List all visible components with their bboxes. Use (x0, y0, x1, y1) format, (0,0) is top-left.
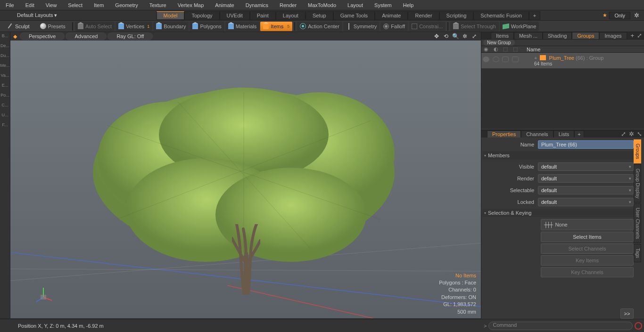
prop-gear-icon[interactable]: ✲ (628, 130, 635, 138)
row-eye-toggle[interactable] (483, 57, 489, 62)
locked-dropdown[interactable]: default (538, 198, 634, 206)
tab-mesh[interactable]: Mesh ... (514, 32, 543, 39)
workspace-uvedit[interactable]: UVEdit (220, 11, 250, 20)
tab-images[interactable]: Images (599, 32, 627, 39)
falloff-dropdown[interactable]: Falloff (380, 22, 408, 31)
workspace-model[interactable]: Model (157, 11, 185, 20)
boundary-mode[interactable]: Boundary (153, 22, 189, 31)
fit-icon[interactable]: ✲ (461, 32, 469, 40)
strip-mesh[interactable]: Me... (0, 64, 9, 68)
materials-mode[interactable]: Materials (225, 22, 260, 31)
sidetab-userchannels[interactable]: User Channels (634, 203, 641, 243)
new-group-button[interactable]: New Group (483, 40, 515, 46)
maximize-icon[interactable]: ⤢ (471, 32, 478, 40)
tab-add-icon[interactable]: + (629, 32, 635, 39)
workspace-render[interactable]: Render (408, 11, 439, 20)
selectthrough-toggle[interactable]: Select Through (450, 22, 498, 31)
only-button[interactable]: Only (609, 12, 630, 19)
view-raygl-pill[interactable]: Ray GL: Off (107, 32, 153, 40)
workplane-button[interactable]: WorkPlane (500, 22, 539, 31)
constrain-dropdown[interactable]: Constrai... (409, 22, 446, 31)
tab-channels[interactable]: Channels (521, 130, 553, 138)
menu-animate[interactable]: Animate (209, 2, 239, 8)
pan-icon[interactable]: ✥ (433, 32, 440, 40)
default-layouts-dropdown[interactable]: Default Layouts ▾ (12, 12, 62, 18)
sidetab-groupdisplay[interactable]: Group Display (634, 164, 641, 202)
key-channels-button[interactable]: Key Channels (541, 267, 634, 277)
select-channels-button[interactable]: Select Channels (541, 243, 634, 254)
more-button[interactable]: >> (620, 308, 634, 319)
row-box1-toggle[interactable] (502, 57, 509, 62)
tab-add[interactable]: + (574, 130, 584, 138)
axis-gizmo[interactable] (34, 285, 53, 304)
strip-deform[interactable]: De... (0, 44, 9, 48)
view-advanced-pill[interactable]: Advanced (66, 32, 107, 40)
workspace-layout[interactable]: Layout (276, 11, 305, 20)
menu-geometry[interactable]: Geometry (109, 2, 143, 8)
workspace-topology[interactable]: Topology (184, 11, 219, 20)
col-select-icon[interactable]: ⬚ (512, 46, 519, 52)
star-icon[interactable]: ★ (603, 12, 607, 18)
selection-keying-section[interactable]: Selection & Keying (482, 209, 634, 217)
strip-basic[interactable]: B... (2, 34, 8, 38)
orbit-icon[interactable]: ⟲ (442, 32, 450, 40)
autoselect-toggle[interactable]: Auto Select (75, 22, 115, 31)
workspace-scripting[interactable]: Scripting (439, 11, 474, 20)
tab-lists[interactable]: Lists (553, 130, 575, 138)
menu-select[interactable]: Select (62, 2, 88, 8)
menu-render[interactable]: Render (274, 2, 302, 8)
presets-button[interactable]: Presets (35, 22, 70, 31)
strip-vertex[interactable]: Va... (1, 73, 9, 78)
col-eye-icon[interactable]: ◉ (482, 46, 490, 52)
viewport-3d[interactable]: No Items Polygons : Face Channels: 0 Def… (10, 40, 481, 318)
menu-maxtomodo[interactable]: MaxToModo (302, 2, 342, 8)
tab-items[interactable]: Items (491, 32, 514, 39)
tab-properties[interactable]: Properties (487, 130, 521, 138)
workspace-setup[interactable]: Setup (305, 11, 333, 20)
menu-vertexmap[interactable]: Vertex Map (172, 2, 210, 8)
workspace-schematicfusion[interactable]: Schematic Fusion (473, 11, 528, 20)
strip-curve[interactable]: C... (1, 103, 8, 107)
symmetry-toggle[interactable]: Symmetry (343, 22, 380, 31)
menu-edit[interactable]: Edit (20, 2, 40, 8)
workspace-add[interactable]: + (529, 11, 540, 20)
workspace-animate[interactable]: Animate (375, 11, 408, 20)
polygons-mode[interactable]: Polygons (190, 22, 224, 31)
col-solo-icon[interactable]: ◐ (492, 46, 500, 52)
menu-file[interactable]: File (0, 2, 20, 8)
tab-shading[interactable]: Shading (543, 32, 572, 39)
workspace-paint[interactable]: Paint (250, 11, 276, 20)
menu-help[interactable]: Help (397, 2, 420, 8)
tab-expand-icon[interactable]: ⤢ (636, 32, 643, 39)
view-perspective-pill[interactable]: Perspective (20, 32, 65, 40)
group-row-plumtree[interactable]: + Plum_Tree (66) : Group 64 Items (481, 53, 644, 69)
strip-fusion[interactable]: F... (2, 123, 8, 127)
selectable-dropdown[interactable]: default (538, 186, 634, 194)
render-dropdown[interactable]: default (538, 174, 634, 183)
tree-expand-icon[interactable]: + (534, 55, 537, 61)
actioncenter-dropdown[interactable]: Action Center (297, 22, 342, 31)
name-field[interactable]: Plum_Tree (66) (538, 140, 634, 149)
workspace-gametools[interactable]: Game Tools (333, 11, 375, 20)
viewport-marker-icon[interactable]: ◆ (11, 33, 19, 40)
sidetab-groups[interactable]: Groups (634, 139, 641, 163)
select-items-button[interactable]: Select Items (541, 232, 634, 242)
menu-texture[interactable]: Texture (144, 2, 172, 8)
command-input[interactable]: Command (488, 322, 633, 330)
gear-icon[interactable]: ✲ (632, 12, 641, 19)
members-section[interactable]: Members (482, 151, 634, 160)
key-items-button[interactable]: Key Items (541, 255, 634, 266)
strip-duplicate[interactable]: Du... (0, 54, 9, 58)
visible-dropdown[interactable]: default (538, 162, 634, 171)
vertices-mode[interactable]: Vertices1 (116, 22, 152, 31)
tab-groups[interactable]: Groups (572, 32, 599, 39)
menu-system[interactable]: System (369, 2, 397, 8)
strip-edge[interactable]: E... (2, 83, 8, 88)
col-name-header[interactable]: Name (527, 47, 540, 52)
items-mode[interactable]: Items5 (260, 22, 292, 31)
keying-none-button[interactable]: ┼┼┼ None (541, 219, 634, 230)
menu-dynamics[interactable]: Dynamics (240, 2, 274, 8)
strip-polygon[interactable]: Po... (0, 93, 9, 97)
record-icon[interactable] (635, 322, 642, 330)
strip-uv[interactable]: U... (1, 113, 8, 117)
